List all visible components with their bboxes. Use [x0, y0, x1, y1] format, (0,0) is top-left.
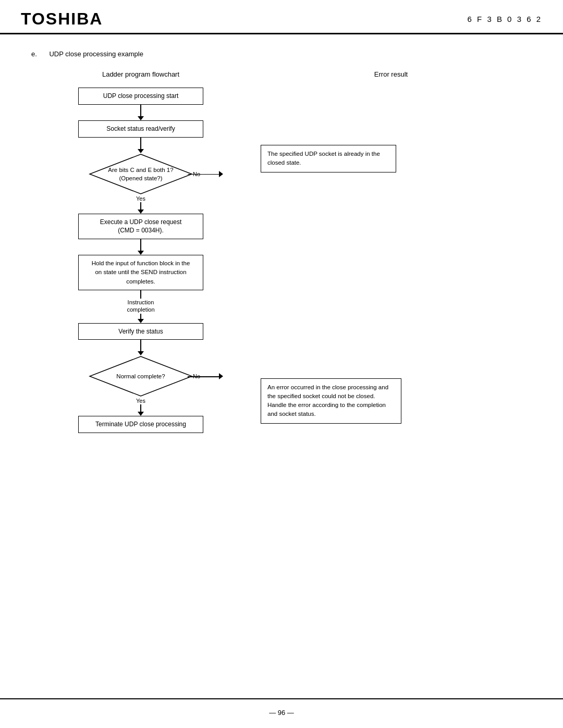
flowchart-column: UDP close processing start Socket status… [31, 88, 250, 433]
arrow-1 [138, 105, 144, 120]
error-column: The specified UDP socket is already in t… [250, 88, 532, 433]
terminate-box: Terminate UDP close processing [78, 416, 203, 433]
arrow-6 [138, 340, 144, 355]
no-arrow-line-1 [188, 174, 219, 175]
page-header: TOSHIBA 6 F 3 B 0 3 6 2 [0, 0, 563, 34]
yes-label-1: Yes [136, 195, 145, 202]
diamond1-row: Are bits C and E both 1?(Opened state?) … [31, 153, 250, 195]
arrow-7 [138, 404, 144, 416]
document-number: 6 F 3 B 0 3 6 2 [468, 15, 542, 23]
arrow-4 [138, 239, 144, 255]
diamond2: Normal complete? [89, 355, 193, 397]
no-arrow-head-2 [219, 373, 223, 379]
footer-line [0, 698, 563, 699]
no-arrow-head-1 [219, 171, 223, 177]
company-logo: TOSHIBA [21, 9, 103, 29]
arrow-5: Instructioncompletion [127, 290, 154, 323]
flowchart-area: UDP close processing start Socket status… [31, 88, 532, 433]
section-heading: UDP close processing example [49, 50, 143, 58]
instruction-completion-label: Instructioncompletion [127, 299, 154, 314]
start-box: UDP close processing start [78, 88, 203, 105]
arrow-3 [138, 202, 144, 214]
error-box-2-wrapper: An error occurred in the close processin… [261, 378, 401, 424]
error-box-2: An error occurred in the close processin… [261, 378, 401, 424]
verify-status-box: Verify the status [78, 323, 203, 340]
error-box-1-wrapper: The specified UDP socket is already in t… [261, 145, 396, 172]
error-box-1: The specified UDP socket is already in t… [261, 145, 396, 172]
page-number: — 96 — [269, 709, 294, 717]
section-label: e. [31, 50, 37, 58]
diamond2-row: Normal complete? No [31, 355, 250, 397]
diamond1-text: Are bits C and E both 1?(Opened state?) [107, 166, 175, 182]
left-column-header: Ladder program flowchart [31, 70, 250, 78]
hold-input-box: Hold the input of function block in theo… [78, 255, 203, 290]
yes-label-2: Yes [136, 398, 145, 404]
right-column-header: Error result [250, 70, 532, 78]
diamond2-text: Normal complete? [107, 372, 175, 380]
main-content: e. UDP close processing example Ladder p… [0, 34, 563, 464]
arrow-2 [138, 138, 144, 153]
column-headers: Ladder program flowchart Error result [31, 70, 532, 78]
execute-close-box: Execute a UDP close request(CMD = 0034H)… [78, 214, 203, 240]
diamond1: Are bits C and E both 1?(Opened state?) [89, 153, 193, 195]
no-arrow-line-2 [188, 376, 219, 377]
socket-status-box: Socket status read/verify [78, 120, 203, 138]
section-title: e. UDP close processing example [31, 50, 532, 58]
